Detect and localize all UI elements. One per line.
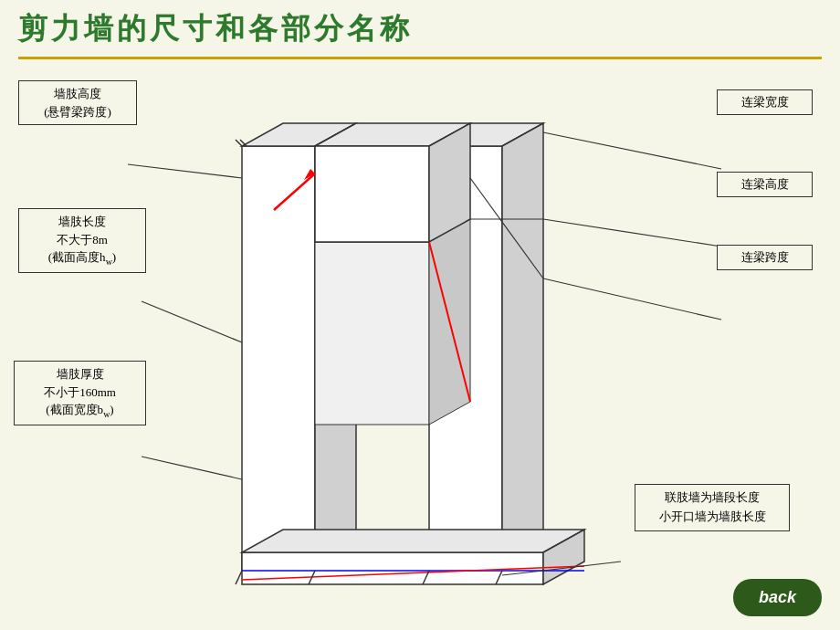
svg-line-28 — [142, 457, 242, 479]
svg-line-30 — [543, 219, 721, 247]
svg-line-29 — [543, 132, 721, 169]
label-mid-right1: 连梁高度 — [717, 172, 813, 197]
svg-marker-5 — [502, 123, 543, 571]
back-button[interactable]: back — [733, 579, 822, 616]
svg-line-20 — [236, 571, 242, 584]
label-bottom-left: 墙肢厚度 不小于160mm (截面宽度bw) — [14, 361, 146, 425]
label-bottom-right: 联肢墙为墙段长度 小开口墙为墙肢长度 — [635, 484, 790, 531]
label-top-right: 连梁宽度 — [717, 89, 813, 115]
svg-line-26 — [128, 164, 242, 178]
page-title: 剪力墙的尺寸和各部分名称 — [18, 12, 413, 45]
svg-rect-13 — [315, 146, 429, 242]
label-top-left: 墙肢高度 (悬臂梁跨度) — [18, 80, 137, 125]
page-container: 剪力墙的尺寸和各部分名称 — [0, 0, 840, 630]
svg-marker-7 — [242, 530, 584, 552]
svg-line-27 — [142, 301, 242, 342]
svg-marker-0 — [242, 146, 315, 571]
label-mid-right2: 连梁跨度 — [717, 245, 813, 270]
svg-rect-9 — [315, 242, 429, 425]
diagram-svg — [0, 59, 840, 616]
label-mid-left: 墙肢长度 不大于8m (截面高度hw) — [18, 208, 146, 273]
svg-line-32 — [543, 278, 721, 320]
title-bar: 剪力墙的尺寸和各部分名称 — [18, 9, 822, 59]
